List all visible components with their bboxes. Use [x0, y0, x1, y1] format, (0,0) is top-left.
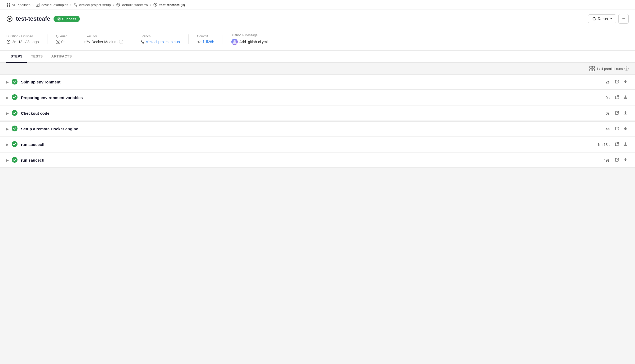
step-duration: 49s [603, 158, 610, 162]
step-external-link-button[interactable] [614, 95, 620, 101]
more-label: ··· [622, 16, 625, 21]
breadcrumb-project-value[interactable]: devx-ci-examples [41, 3, 68, 7]
svg-rect-18 [86, 41, 87, 42]
author-message: Add .gitlab-ci.yml [239, 40, 268, 44]
svg-rect-17 [85, 41, 86, 42]
step-row[interactable]: ▶ Preparing environment variables 0s [0, 90, 635, 105]
parallel-runs-text: 1 / 4 parallel runs [596, 67, 623, 71]
meta-author: Author & Message Add .gitlab-ci.yml [231, 33, 268, 45]
step-actions [614, 110, 629, 117]
author-value: Add .gitlab-ci.yml [231, 39, 268, 45]
svg-rect-2 [7, 5, 8, 7]
step-row[interactable]: ▶ Checkout code 0s [0, 106, 635, 121]
step-actions [614, 95, 629, 101]
parallel-runs-bar: 1 / 4 parallel runs i [0, 63, 635, 74]
duration-text: 2m 13s / 3d ago [12, 40, 39, 44]
step-expand-icon[interactable]: ▶ [6, 96, 9, 100]
breadcrumb-project: devx-ci-examples [36, 3, 68, 7]
breadcrumb-job-value[interactable]: test-testcafe (9) [159, 3, 185, 7]
step-external-link-button[interactable] [614, 126, 620, 132]
step-download-button[interactable] [622, 110, 629, 117]
job-icon [153, 3, 157, 7]
step-download-button[interactable] [622, 126, 629, 132]
breadcrumb-branch-value[interactable]: circleci-project-setup [79, 3, 111, 7]
job-title-icon [6, 16, 13, 22]
parallel-info-icon[interactable]: i [624, 66, 629, 71]
step-external-link-button[interactable] [614, 79, 620, 85]
step-duration: 4s [606, 127, 610, 131]
tab-artifacts[interactable]: ARTIFACTS [47, 51, 76, 63]
step-external-link-button[interactable] [614, 157, 620, 163]
svg-line-42 [617, 158, 619, 160]
step-expand-icon[interactable]: ▶ [6, 143, 9, 147]
grid-icon [6, 3, 11, 7]
rerun-icon [592, 17, 596, 21]
step-row[interactable]: ▶ Spin up environment 2s [0, 74, 635, 90]
step-name: run saucectl [21, 142, 597, 147]
meta-duration: Duration / Finished 2m 13s / 3d ago [6, 34, 47, 44]
svg-point-12 [155, 4, 156, 6]
commit-value: f1ff28b [197, 40, 214, 44]
commit-icon [197, 41, 201, 43]
svg-line-34 [617, 96, 619, 97]
step-row[interactable]: ▶ Setup a remote Docker engine 4s [0, 121, 635, 136]
step-success-icon [11, 125, 18, 132]
rerun-button[interactable]: Rerun [588, 14, 616, 23]
step-actions [614, 79, 629, 85]
step-duration: 0s [606, 96, 610, 100]
executor-info-icon[interactable]: i [119, 40, 123, 44]
svg-point-33 [12, 94, 17, 100]
svg-line-40 [617, 143, 619, 144]
step-external-link-button[interactable] [614, 110, 620, 117]
status-badge: Success [54, 16, 80, 22]
step-download-button[interactable] [622, 141, 629, 148]
page-header: test-testcafe Success Rerun ··· [0, 10, 635, 28]
commit-link[interactable]: f1ff28b [203, 40, 214, 44]
step-success-icon [11, 78, 18, 86]
tab-steps[interactable]: STEPS [6, 51, 27, 63]
step-external-link-button[interactable] [614, 141, 620, 148]
svg-rect-20 [86, 40, 87, 41]
step-actions [614, 126, 629, 132]
breadcrumb-dashboard-label[interactable]: All Pipelines [12, 3, 30, 7]
executor-text: Docker Medium [91, 40, 117, 44]
more-options-button[interactable]: ··· [618, 14, 629, 24]
step-expand-icon[interactable]: ▶ [6, 80, 9, 84]
workflow-icon [116, 3, 120, 7]
author-label: Author & Message [231, 33, 268, 37]
svg-point-14 [8, 18, 11, 20]
branch-link[interactable]: circleci-project-setup [146, 40, 180, 44]
svg-line-38 [617, 127, 619, 128]
clock-icon [6, 40, 11, 44]
step-duration: 0s [606, 111, 610, 116]
step-download-button[interactable] [622, 79, 629, 85]
step-row[interactable]: ▶ run saucectl 49s [0, 153, 635, 168]
step-name: Setup a remote Docker engine [21, 127, 606, 131]
step-expand-icon[interactable]: ▶ [6, 112, 9, 115]
svg-rect-19 [87, 41, 89, 42]
rerun-label: Rerun [598, 17, 608, 21]
steps-area: 1 / 4 parallel runs i ▶ Spin up environm… [0, 63, 635, 169]
branch-value: circleci-project-setup [140, 40, 180, 44]
chevron-down-icon [610, 17, 612, 20]
breadcrumb-workflow-value[interactable]: default_workflow [122, 3, 148, 7]
queued-label: Queued [56, 34, 67, 38]
step-download-button[interactable] [622, 157, 629, 163]
step-expand-icon[interactable]: ▶ [6, 158, 9, 162]
step-success-icon [11, 110, 18, 117]
meta-card: Duration / Finished 2m 13s / 3d ago Queu… [6, 28, 629, 50]
svg-point-8 [74, 3, 75, 4]
step-name: Spin up environment [21, 80, 606, 84]
step-expand-icon[interactable]: ▶ [6, 127, 9, 131]
duration-value: 2m 13s / 3d ago [6, 40, 39, 44]
tab-tests[interactable]: TESTS [27, 51, 47, 63]
page-title-area: test-testcafe Success [6, 15, 80, 22]
svg-point-35 [12, 110, 17, 116]
svg-rect-0 [7, 3, 8, 5]
meta-queued: Queued 0s [56, 34, 76, 44]
project-icon [36, 3, 39, 7]
step-row[interactable]: ▶ run saucectl 1m 13s [0, 137, 635, 152]
svg-rect-28 [592, 66, 594, 68]
svg-rect-29 [590, 69, 592, 71]
step-download-button[interactable] [622, 95, 629, 101]
